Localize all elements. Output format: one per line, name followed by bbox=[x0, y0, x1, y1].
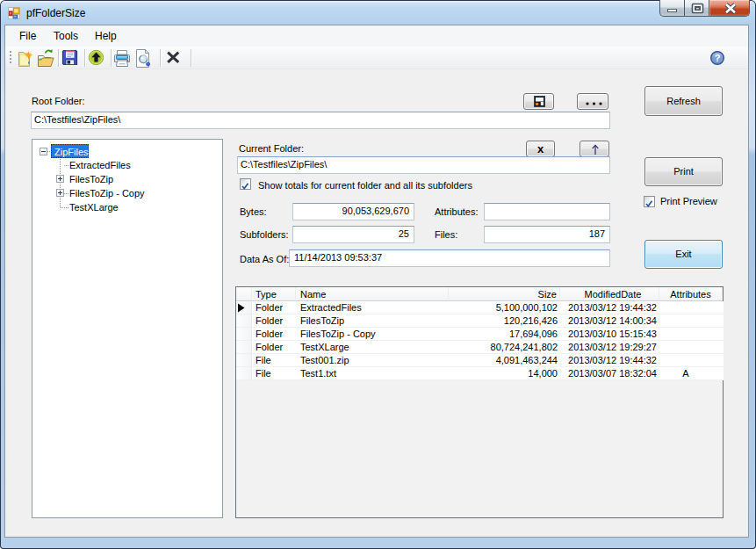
svg-text:?: ? bbox=[715, 53, 721, 63]
